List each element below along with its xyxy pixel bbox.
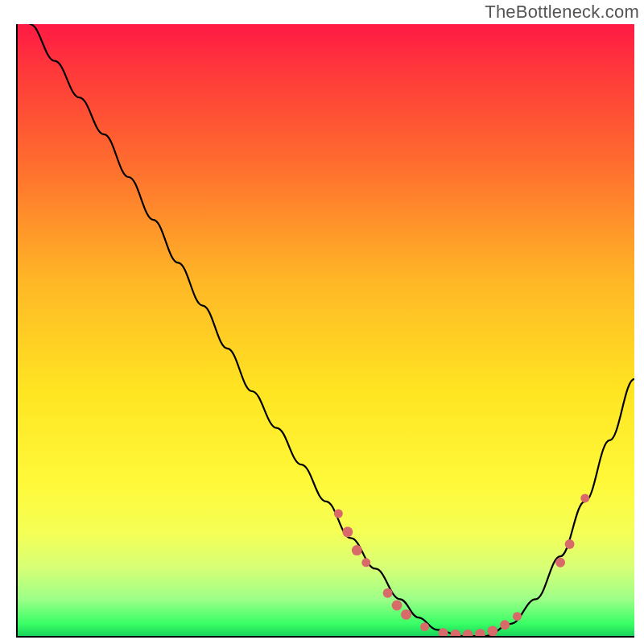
curve-marker: [513, 612, 522, 621]
curve-marker: [392, 601, 402, 611]
curve-marker: [565, 539, 575, 549]
curve-marker: [342, 526, 353, 537]
curve-marker: [420, 622, 429, 631]
chart-container: TheBottleneck.com: [0, 0, 644, 644]
curve-marker: [334, 510, 343, 518]
curve-marker: [500, 620, 510, 630]
curve-marker: [352, 545, 362, 555]
curve-marker: [555, 558, 565, 568]
curve-marker: [401, 609, 411, 620]
curve-marker: [580, 493, 589, 502]
plot-area: [16, 24, 634, 638]
watermark-text: TheBottleneck.com: [485, 2, 639, 23]
curve-marker: [383, 588, 393, 598]
curve-marker: [487, 625, 497, 636]
curve-marker: [475, 629, 485, 636]
marker-group: [334, 493, 589, 636]
curve-marker: [463, 630, 473, 636]
bottleneck-curve-svg: [18, 24, 634, 636]
curve-marker: [361, 558, 370, 567]
bottleneck-curve: [30, 24, 634, 636]
curve-marker: [450, 630, 460, 636]
